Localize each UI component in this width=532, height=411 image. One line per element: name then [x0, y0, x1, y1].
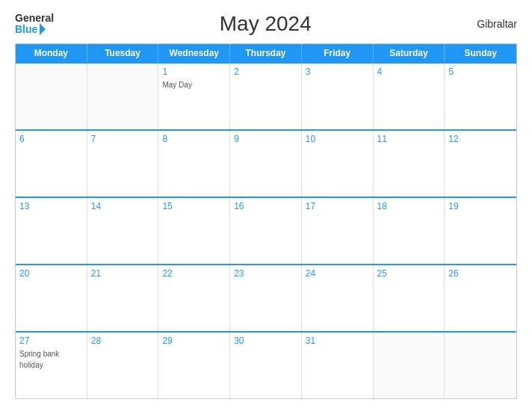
cell-w3-fri: 17: [302, 198, 374, 264]
day-num: 20: [19, 268, 83, 279]
day-num: 22: [162, 268, 226, 279]
day-num: 17: [306, 201, 369, 211]
calendar: Monday Tuesday Wednesday Thursday Friday…: [15, 43, 517, 399]
day-num: 12: [448, 134, 513, 144]
calendar-title: May 2024: [220, 12, 312, 36]
week-5: 27 Spring bank holiday 28 29 30 31: [16, 331, 516, 398]
cell-w5-tue: 28: [87, 333, 159, 398]
cell-w4-thu: 23: [230, 265, 302, 331]
day-num: 9: [234, 134, 297, 144]
day-num: 24: [306, 268, 369, 279]
header: General Blue May 2024 Gibraltar: [15, 12, 517, 36]
cell-w3-sun: 19: [445, 198, 516, 264]
day-num: 18: [377, 201, 441, 211]
cell-w5-sat: [374, 333, 445, 398]
day-num: 28: [91, 336, 155, 346]
week-3: 13 14 15 16 17 18 19: [16, 197, 516, 264]
col-sunday: Sunday: [445, 44, 516, 62]
day-num: 19: [448, 201, 513, 211]
day-num: 6: [19, 134, 83, 144]
day-num: 31: [306, 336, 369, 346]
day-num: 1: [162, 67, 226, 77]
day-num: 23: [234, 268, 297, 279]
day-num: 25: [377, 268, 441, 279]
day-num: 8: [162, 134, 226, 144]
day-num: 2: [234, 67, 297, 77]
cell-w2-sun: 12: [445, 131, 516, 197]
col-tuesday: Tuesday: [87, 44, 159, 62]
cell-w4-fri: 24: [302, 265, 374, 331]
cell-w2-wed: 8: [158, 131, 230, 197]
col-monday: Monday: [16, 44, 87, 62]
day-num: 26: [448, 268, 513, 279]
week-2: 6 7 8 9 10 11 12: [16, 129, 516, 197]
day-num: 13: [19, 201, 83, 211]
day-num: 11: [377, 134, 441, 144]
logo-blue-container: Blue: [15, 23, 54, 35]
cell-w1-sun: 5: [445, 64, 516, 129]
cell-w4-mon: 20: [16, 265, 87, 331]
logo: General Blue: [15, 13, 54, 35]
event-spring-bank-holiday: Spring bank holiday: [19, 350, 59, 369]
day-num: 29: [162, 336, 226, 346]
cell-w5-wed: 29: [158, 333, 230, 398]
cell-w2-thu: 9: [230, 131, 302, 197]
cell-w2-fri: 10: [302, 131, 374, 197]
logo-blue-text: Blue: [15, 24, 37, 34]
day-num: 15: [162, 201, 226, 211]
day-num: 5: [448, 67, 513, 77]
logo-general-text: General: [15, 13, 54, 23]
col-friday: Friday: [302, 44, 374, 62]
cell-w4-sun: 26: [445, 265, 516, 331]
cell-w4-sat: 25: [374, 265, 445, 331]
cell-w5-mon: 27 Spring bank holiday: [16, 333, 87, 398]
day-num: 3: [306, 67, 369, 77]
cell-w3-wed: 15: [158, 198, 230, 264]
col-thursday: Thursday: [230, 44, 302, 62]
day-num: 4: [377, 67, 441, 77]
region-label: Gibraltar: [477, 18, 517, 30]
col-saturday: Saturday: [374, 44, 445, 62]
col-wednesday: Wednesday: [158, 44, 230, 62]
cell-w3-mon: 13: [16, 198, 87, 264]
day-num: 21: [91, 268, 155, 279]
cell-w1-wed: 1 May Day: [158, 64, 230, 129]
cell-w5-fri: 31: [302, 333, 374, 398]
cell-w3-tue: 14: [87, 198, 159, 264]
day-num: 7: [91, 134, 155, 144]
page: General Blue May 2024 Gibraltar Monday T…: [0, 0, 532, 411]
cell-w4-tue: 21: [87, 265, 159, 331]
day-num: 10: [306, 134, 369, 144]
cell-w5-thu: 30: [230, 333, 302, 398]
event-may-day: May Day: [162, 81, 191, 89]
cell-w1-tue: [87, 64, 159, 129]
cell-w2-mon: 6: [16, 131, 87, 197]
cell-w5-sun: [445, 333, 516, 398]
cell-w1-sat: 4: [374, 64, 445, 129]
cell-w1-fri: 3: [302, 64, 374, 129]
day-num: 16: [234, 201, 297, 211]
day-num: 27: [19, 336, 83, 346]
cell-w1-mon: [16, 64, 87, 129]
calendar-header-row: Monday Tuesday Wednesday Thursday Friday…: [16, 44, 516, 62]
cell-w2-tue: 7: [87, 131, 159, 197]
calendar-body: 1 May Day 2 3 4 5 6: [16, 62, 516, 398]
cell-w3-sat: 18: [374, 198, 445, 264]
day-num: 30: [234, 336, 297, 346]
logo-triangle-icon: [40, 23, 46, 35]
week-1: 1 May Day 2 3 4 5: [16, 62, 516, 129]
week-4: 20 21 22 23 24 25 26: [16, 264, 516, 331]
day-num: 14: [91, 201, 155, 211]
cell-w1-thu: 2: [230, 64, 302, 129]
cell-w4-wed: 22: [158, 265, 230, 331]
cell-w3-thu: 16: [230, 198, 302, 264]
cell-w2-sat: 11: [374, 131, 445, 197]
